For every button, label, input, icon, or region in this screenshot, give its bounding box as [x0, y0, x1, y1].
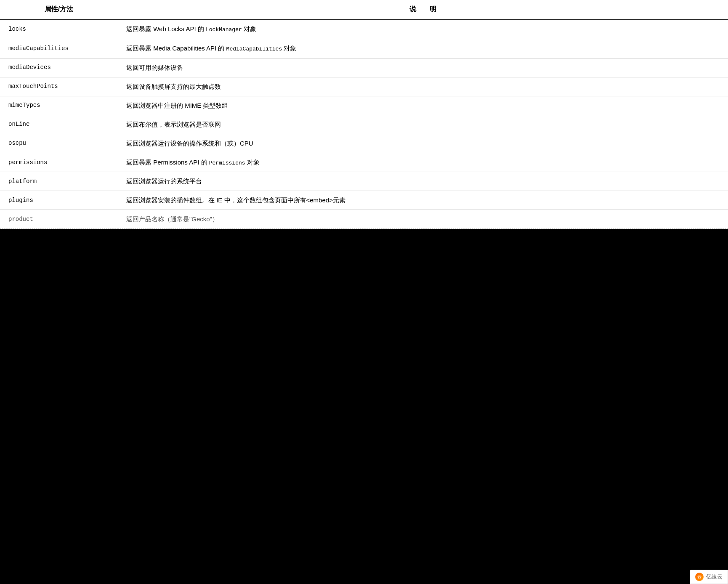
description-cell: 返回浏览器运行设备的操作系统和（或）CPU — [118, 134, 728, 153]
description-cell: 返回设备触摸屏支持的最大触点数 — [118, 77, 728, 96]
property-cell: product — [0, 210, 118, 229]
logo-icon: 云 — [695, 573, 704, 581]
table-row: maxTouchPoints返回设备触摸屏支持的最大触点数 — [0, 77, 728, 96]
col-header-property: 属性/方法 — [0, 0, 118, 19]
table-row: product返回产品名称（通常是"Gecko"） — [0, 210, 728, 229]
description-cell: 返回暴露 Permissions API 的 Permissions 对象 — [118, 153, 728, 172]
description-cell: 返回浏览器安装的插件数组。在 IE 中，这个数组包含页面中所有<embed>元素 — [118, 191, 728, 210]
table-row: locks返回暴露 Web Locks API 的 LockManager 对象 — [0, 19, 728, 39]
description-cell: 返回暴露 Web Locks API 的 LockManager 对象 — [118, 19, 728, 39]
description-cell: 返回浏览器中注册的 MIME 类型数组 — [118, 96, 728, 115]
property-cell: plugins — [0, 191, 118, 210]
property-cell: platform — [0, 172, 118, 191]
table-row: permissions返回暴露 Permissions API 的 Permis… — [0, 153, 728, 172]
logo-text: 云 — [697, 574, 701, 580]
description-cell: 返回产品名称（通常是"Gecko"） — [118, 210, 728, 229]
property-cell: oscpu — [0, 134, 118, 153]
property-cell: onLine — [0, 115, 118, 134]
table-row: mediaDevices返回可用的媒体设备 — [0, 58, 728, 77]
property-cell: mediaDevices — [0, 58, 118, 77]
table-row: platform返回浏览器运行的系统平台 — [0, 172, 728, 191]
watermark-label: 亿速云 — [706, 573, 723, 581]
col-header-description: 说 明 — [118, 0, 728, 19]
property-cell: mimeTypes — [0, 96, 118, 115]
table-row: onLine返回布尔值，表示浏览器是否联网 — [0, 115, 728, 134]
description-cell: 返回可用的媒体设备 — [118, 58, 728, 77]
table-row: oscpu返回浏览器运行设备的操作系统和（或）CPU — [0, 134, 728, 153]
api-table: 属性/方法 说 明 locks返回暴露 Web Locks API 的 Lock… — [0, 0, 728, 229]
description-cell: 返回暴露 Media Capabilities API 的 MediaCapab… — [118, 39, 728, 58]
property-cell: locks — [0, 19, 118, 39]
table-row: mimeTypes返回浏览器中注册的 MIME 类型数组 — [0, 96, 728, 115]
property-cell: permissions — [0, 153, 118, 172]
description-cell: 返回布尔值，表示浏览器是否联网 — [118, 115, 728, 134]
property-cell: mediaCapabilities — [0, 39, 118, 58]
description-cell: 返回浏览器运行的系统平台 — [118, 172, 728, 191]
table-row: plugins返回浏览器安装的插件数组。在 IE 中，这个数组包含页面中所有<e… — [0, 191, 728, 210]
table-row: mediaCapabilities返回暴露 Media Capabilities… — [0, 39, 728, 58]
api-table-section: 属性/方法 说 明 locks返回暴露 Web Locks API 的 Lock… — [0, 0, 728, 229]
property-cell: maxTouchPoints — [0, 77, 118, 96]
watermark-bar: 云 亿速云 — [690, 570, 728, 584]
table-header-row: 属性/方法 说 明 — [0, 0, 728, 19]
